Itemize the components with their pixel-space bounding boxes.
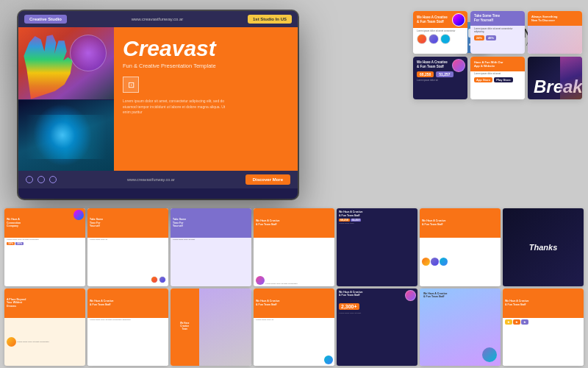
slide-subtitle: Fun & Creative Presentation Template: [123, 63, 289, 69]
mc-av-6b: [431, 258, 439, 266]
mosaic-slide-5: We Have A Creative& Fun Team Staff 68,25…: [337, 208, 417, 286]
slide-url-top: www.creavastfunway.co.ar: [132, 17, 184, 21]
mc-title-7: We Have A Creative& Fun Team Staff: [90, 300, 114, 306]
avatar-2: [429, 34, 439, 44]
mc-title-place-1: A Place BeyondYour WildestDreams: [7, 298, 26, 308]
mc-text-9: Lorem ipsum dolor sit: [256, 319, 332, 321]
mc-circle-abstract: [482, 347, 497, 362]
monitor-screen: Creative Studio www.creavastfunway.co.ar…: [18, 11, 298, 199]
mosaic-slide-9: We Have A Creative& Fun Team Staff Lorem…: [254, 289, 334, 367]
rs-text-1: Lorem ipsum dolor sit amet consectetur: [417, 29, 464, 32]
right-slide-taketime-1: Take Some TimeFor Yourself Lorem ipsum d…: [470, 11, 525, 54]
mosaic-slide-6: We Have A Creative& Fun Team Staff: [420, 208, 501, 286]
rs-stat-dark-1: 68,258: [417, 71, 434, 77]
dot-1: [26, 176, 33, 183]
right-slide-always: Always SomethingNew To Discover: [528, 11, 582, 54]
slide-pagination-dots: [26, 176, 57, 183]
rs-app-btn-2: Play Store: [494, 77, 513, 82]
mc-title-stats: We Have A Creative& Fun Team Staff: [505, 300, 529, 306]
rs-circle-dark: [452, 59, 465, 72]
mc-text-2: Lorem ipsum dolor sit: [90, 238, 166, 241]
rs-text-5: Lorem ipsum dolor sit amet: [474, 73, 521, 76]
mosaic-slide-2: Take SomeTime ForYourself Lorem ipsum do…: [87, 208, 168, 286]
slide-main-title: Creavast: [123, 38, 289, 60]
rs-text-dark-1: Lorem ipsum dolor sit: [417, 79, 464, 82]
main-featured-slide: Creative Studio www.creavastfunway.co.ar…: [18, 11, 298, 199]
mc-stat-5b: 51,257: [351, 219, 362, 222]
mc-stat-2: 30%: [15, 242, 24, 245]
mc-title-2300: We Have A Creative& Fun Team Staff: [339, 291, 415, 297]
mosaic-slide-thanks: Thanks: [503, 208, 584, 286]
mosaic-slide-abstract: We Have A Creative& Fun Team Staff: [420, 289, 501, 367]
mc-av-1: [151, 276, 158, 283]
mc-circle-4: [256, 276, 265, 285]
dot-2: [37, 176, 45, 183]
right-slides-panel: We Have A Creative& Fun Team Staff Lorem…: [413, 11, 582, 99]
mc-text-place-1: Lorem ipsum dolor sit amet consectetur: [17, 341, 83, 343]
mc-stat-2300: 2,300+: [339, 303, 359, 310]
mc-av-2: [159, 276, 166, 283]
rs-circle-img-1: [452, 13, 465, 26]
mosaic-row-1: We Have AConnectionCompany Lorem ipsum d…: [4, 208, 584, 286]
right-slide-app: Have A Fun With OurApp & Website Lorem i…: [470, 57, 525, 99]
mc-title-6: We Have A Creative& Fun Team Staff: [422, 219, 446, 226]
mosaic-slide-place-1: A Place BeyondYour WildestDreams Lorem i…: [4, 289, 85, 367]
avatar-1: [417, 34, 427, 44]
mosaic-slide-2300: We Have A Creative& Fun Team Staff 2,300…: [337, 289, 417, 367]
mc-thanks-title: Thanks: [529, 243, 558, 252]
slide-icon: ⊡: [128, 80, 135, 90]
slide-body-text: Lorem ipsum dolor sit amet, consectetur …: [123, 99, 226, 116]
right-row-2: We Have A Creative& Fun Team Staff 68,25…: [413, 57, 582, 99]
mosaic-slide-1: We Have AConnectionCompany Lorem ipsum d…: [4, 208, 85, 286]
discover-more-button[interactable]: Discover More: [245, 174, 290, 185]
mosaic-slide-7: We Have A Creative& Fun Team Staff Lorem…: [87, 289, 168, 367]
studio-badge: 1st Studio In US: [248, 15, 292, 24]
mc-circle-2300: [405, 290, 416, 301]
mc-title-1: We Have AConnectionCompany: [7, 218, 21, 228]
mc-yellow-stat-1: ★: [505, 319, 512, 325]
right-slide-creative-1: We Have A Creative& Fun Team Staff Lorem…: [413, 11, 467, 54]
right-slide-dark-1: We Have A Creative& Fun Team Staff 68,25…: [413, 57, 467, 99]
rs-stat-1: 24%: [474, 35, 484, 40]
mc-text-4: Lorem ipsum dolor sit amet consectetur: [265, 283, 332, 285]
mc-circle-place-1: [7, 337, 16, 347]
avatar-3: [440, 34, 451, 44]
mc-av-6a: [422, 258, 430, 266]
rs-title-2: Take Some TimeFor Yourself: [474, 14, 500, 23]
mc-text-5: Lorem ipsum dolor: [339, 222, 415, 224]
mc-circle-9: [324, 355, 333, 364]
rs-title-3: Always SomethingNew To Discover: [531, 15, 558, 22]
slide-url-bottom: www.creavastfunway.co.ar: [127, 177, 175, 182]
mosaic-slide-8: We HaveCreativeTeam: [171, 289, 251, 367]
mc-title-2: Take SomeTime ForYourself: [90, 218, 103, 228]
rs-stat-2: 48%: [486, 35, 496, 40]
mc-av-6c: [440, 258, 448, 266]
mc-title-3: Take SomeTime ForYourself: [173, 218, 186, 228]
creative-studio-badge: Creative Studio: [24, 15, 67, 24]
mc-stat-1: 10%: [7, 242, 15, 245]
mc-title-8: We HaveCreativeTeam: [180, 322, 189, 331]
rs-stat-dark-2: 51,257: [436, 71, 453, 77]
mosaic-slide-4: We Have A Creative& Fun Team Staff Lorem…: [254, 208, 334, 286]
rs-title-5: Have A Fun With OurApp & Website: [474, 60, 503, 68]
rs-text-2: Lorem ipsum dolor sit amet consectetur a…: [474, 27, 521, 33]
mc-text-2300: Lorem ipsum dolor sit amet: [339, 312, 415, 314]
mc-text-3: Lorem ipsum dolor sit amet: [173, 238, 249, 241]
dot-3: [49, 176, 57, 183]
mc-purple-stat-1: ★: [521, 319, 528, 325]
mc-orange-stat-1: ★: [513, 319, 520, 325]
mc-title-abstract: We Have A Creative& Fun Team Staff: [423, 292, 448, 299]
mc-circle-1: [74, 210, 84, 220]
mc-title-4: We Have A Creative& Fun Team Staff: [256, 219, 280, 226]
rs-app-btn-1: App Store: [474, 77, 492, 82]
right-row-1: We Have A Creative& Fun Team Staff Lorem…: [413, 11, 582, 54]
mc-stat-5a: 68,258: [339, 219, 350, 222]
mc-text-7: Lorem ipsum dolor sit amet consectetur a…: [90, 319, 166, 321]
mc-title-9: We Have A Creative& Fun Team Staff: [256, 300, 280, 306]
mc-title-5: We Have A Creative& Fun Team Staff: [339, 210, 415, 217]
slides-mosaic: We Have AConnectionCompany Lorem ipsum d…: [0, 206, 588, 368]
mosaic-slide-stats: We Have A Creative& Fun Team Staff ★ ★ ★: [503, 289, 584, 367]
mosaic-row-2: A Place BeyondYour WildestDreams Lorem i…: [4, 289, 584, 367]
mc-text-1: Lorem ipsum dolor sit amet consectetur: [7, 238, 83, 241]
right-slide-break: Break: [528, 57, 582, 99]
